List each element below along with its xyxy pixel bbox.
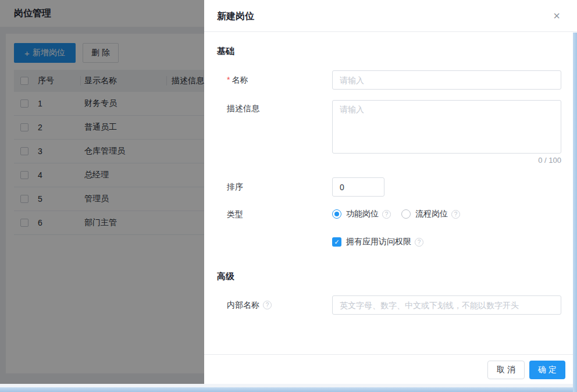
new-position-drawer: 新建岗位 × 基础 *名称 描述信息 0 / 100 排序 类型 功能岗位 ? …	[204, 0, 577, 392]
help-icon[interactable]: ?	[263, 301, 272, 309]
drawer-mask[interactable]	[0, 0, 204, 384]
required-mark: *	[227, 75, 230, 84]
drawer-title: 新建岗位	[217, 0, 254, 32]
help-icon[interactable]: ?	[415, 238, 423, 247]
description-label: 描述信息	[227, 102, 259, 114]
app-access-row: ✓ 拥有应用访问权限 ?	[332, 233, 423, 251]
sort-input[interactable]	[332, 177, 384, 197]
name-label: *名称	[227, 70, 248, 89]
cancel-button[interactable]: 取 消	[487, 361, 525, 379]
confirm-button[interactable]: 确 定	[529, 361, 565, 379]
drawer-header: 新建岗位 ×	[204, 0, 577, 32]
help-icon[interactable]: ?	[451, 210, 460, 219]
section-advanced: 高级	[217, 271, 234, 282]
horizontal-scrollbar-track[interactable]	[0, 384, 577, 392]
section-basic: 基础	[217, 46, 234, 57]
vertical-scrollbar-thumb[interactable]	[573, 33, 577, 392]
radio-option-label[interactable]: 功能岗位	[346, 209, 379, 219]
internal-name-input[interactable]	[332, 295, 561, 315]
drawer-footer: 取 消 确 定	[204, 354, 577, 384]
char-counter: 0 / 100	[332, 156, 561, 165]
type-label: 类型	[227, 205, 243, 223]
horizontal-scrollbar-thumb[interactable]	[0, 387, 577, 392]
checked-checkbox-icon[interactable]: ✓	[332, 237, 341, 247]
radio-unselected-icon[interactable]	[401, 209, 411, 219]
close-icon[interactable]: ×	[550, 9, 563, 22]
description-textarea[interactable]	[332, 100, 561, 154]
type-radio-group: 功能岗位 ? 流程岗位 ?	[332, 205, 460, 223]
name-input[interactable]	[332, 70, 561, 90]
app-access-label[interactable]: 拥有应用访问权限	[346, 237, 411, 247]
screen: 岗位管理 + 新增岗位 删 除 序号 显示名称 描述信息 1 财务专员	[0, 0, 577, 392]
help-icon[interactable]: ?	[382, 210, 391, 219]
radio-selected-icon[interactable]	[332, 209, 341, 219]
sort-label: 排序	[227, 177, 243, 196]
radio-option-label[interactable]: 流程岗位	[415, 209, 448, 219]
internal-name-label: 内部名称 ?	[227, 295, 272, 314]
